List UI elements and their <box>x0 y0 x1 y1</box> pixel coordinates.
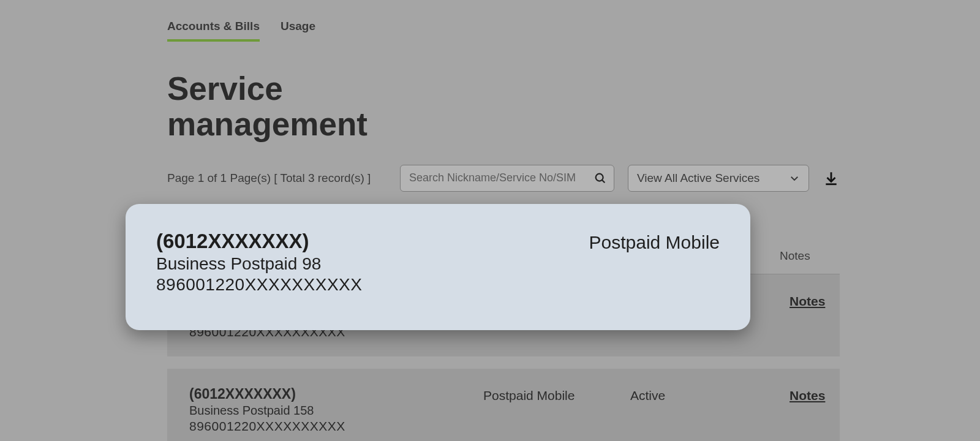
pagination-summary: Page 1 of 1 Page(s) [ Total 3 record(s) … <box>167 172 386 185</box>
service-type: Postpaid Mobile <box>483 386 630 403</box>
download-icon <box>823 170 839 186</box>
page-title-line1: Service <box>167 70 283 107</box>
service-plan: Business Postpaid 158 <box>189 404 483 418</box>
highlighted-service-card[interactable]: (6012XXXXXXX) Business Postpaid 98 89600… <box>126 204 750 330</box>
highlight-left: (6012XXXXXXX) Business Postpaid 98 89600… <box>156 230 589 312</box>
notes-link[interactable]: Notes <box>790 388 825 402</box>
highlight-service-number: (6012XXXXXXX) <box>156 230 589 253</box>
notes-link[interactable]: Notes <box>790 294 825 308</box>
service-status: Active <box>630 386 765 403</box>
search-field-wrap <box>400 165 614 192</box>
service-sim: 896001220XXXXXXXXXX <box>189 419 483 434</box>
filter-selected-label: View All Active Services <box>637 172 760 185</box>
table-row: (6012XXXXXXX) Business Postpaid 158 8960… <box>167 369 840 441</box>
service-cell: (6012XXXXXXX) Business Postpaid 158 8960… <box>189 386 483 434</box>
highlight-service-sim: 896001220XXXXXXXXXX <box>156 275 589 295</box>
tab-usage[interactable]: Usage <box>281 20 315 42</box>
service-number: (6012XXXXXXX) <box>189 386 483 402</box>
tab-accounts-bills[interactable]: Accounts & Bills <box>167 20 260 42</box>
table-header-notes: Notes <box>755 249 827 263</box>
page-title: Service management <box>167 71 840 143</box>
search-input[interactable] <box>400 165 614 192</box>
download-button[interactable] <box>823 170 840 187</box>
row-separator <box>167 356 840 369</box>
controls-row: Page 1 of 1 Page(s) [ Total 3 record(s) … <box>167 165 840 192</box>
page-title-line2: management <box>167 106 368 142</box>
tab-bar: Accounts & Bills Usage <box>167 0 840 42</box>
chevron-down-icon <box>789 173 800 184</box>
highlight-service-type: Postpaid Mobile <box>589 230 720 312</box>
filter-dropdown[interactable]: View All Active Services <box>628 165 809 192</box>
highlight-service-plan: Business Postpaid 98 <box>156 254 589 274</box>
